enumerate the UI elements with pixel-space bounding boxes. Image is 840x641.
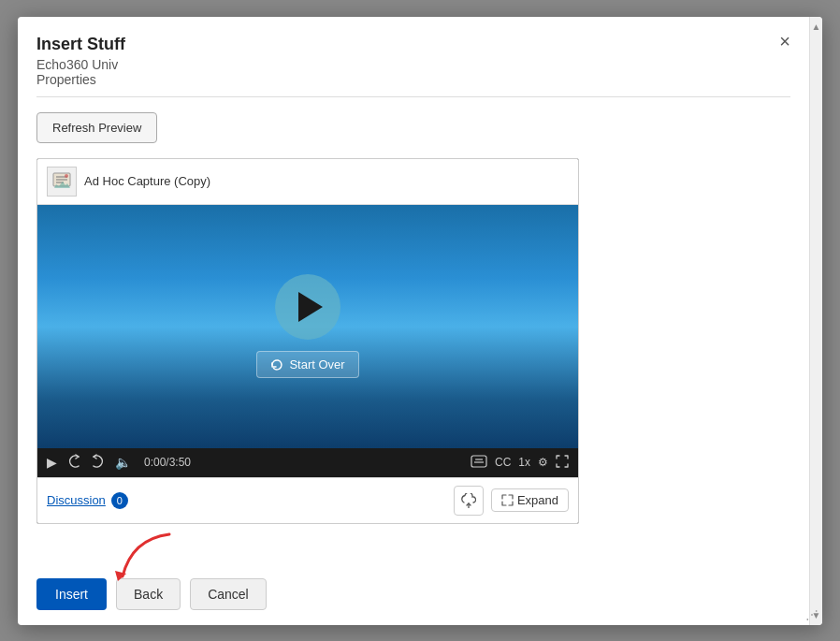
insert-button[interactable]: Insert	[36, 578, 107, 610]
scroll-up-arrow[interactable]: ▲	[809, 19, 822, 35]
refresh-preview-button[interactable]: Refresh Preview	[36, 112, 157, 143]
discussion-link[interactable]: Discussion	[47, 493, 106, 507]
refresh-icon	[270, 358, 283, 371]
close-button[interactable]: ×	[774, 30, 796, 52]
back-button[interactable]: Back	[116, 578, 181, 610]
expand-button[interactable]: Expand	[491, 488, 569, 512]
video-title: Ad Hoc Capture (Copy)	[84, 174, 210, 188]
video-player: Ad Hoc Capture (Copy)	[36, 158, 579, 524]
cancel-button[interactable]: Cancel	[190, 578, 267, 610]
expand-icon	[501, 494, 514, 506]
start-over-button[interactable]: Start Over	[256, 351, 358, 378]
dialog-title: Insert Stuff	[36, 34, 772, 55]
forward-icon[interactable]	[91, 454, 106, 472]
upload-icon-button[interactable]	[454, 486, 484, 516]
fullscreen-icon[interactable]	[556, 455, 569, 471]
rewind-icon[interactable]	[66, 454, 81, 472]
content-area: Refresh Preview Ad	[18, 97, 809, 567]
video-screen[interactable]: Start Over	[37, 205, 578, 448]
dialog-subtitle: Echo360 Univ Properties	[36, 57, 772, 87]
video-controls: ▶ 🔈 0:00/3:50	[37, 448, 578, 477]
discussion-badge: 0	[111, 492, 128, 509]
video-footer: Discussion 0	[37, 477, 578, 523]
svg-rect-5	[471, 456, 486, 467]
scrollbar[interactable]: ▲ ▼	[809, 17, 822, 625]
controls-right: CC 1x ⚙	[471, 455, 569, 471]
subtitle-icon[interactable]	[471, 455, 487, 471]
dialog-footer: Insert Back Cancel	[18, 567, 809, 625]
play-ctrl-icon[interactable]: ▶	[47, 455, 57, 470]
captions-icon[interactable]: CC	[495, 456, 511, 469]
cloud-upload-icon	[461, 493, 476, 508]
play-icon	[298, 292, 323, 322]
speed-icon[interactable]: 1x	[518, 456, 530, 469]
settings-icon[interactable]: ⚙	[538, 456, 548, 469]
footer-actions: Expand	[454, 486, 569, 516]
play-button[interactable]	[275, 274, 340, 340]
video-header: Ad Hoc Capture (Copy)	[37, 159, 578, 205]
volume-icon[interactable]: 🔈	[115, 455, 131, 470]
video-thumb-icon	[47, 167, 77, 197]
time-display: 0:00/3:50	[144, 456, 191, 469]
video-overlay: Start Over	[256, 274, 358, 378]
resize-handle[interactable]: ⋰	[805, 608, 818, 621]
dialog-main: Insert Stuff Echo360 Univ Properties × R…	[18, 17, 809, 625]
dialog-header: Insert Stuff Echo360 Univ Properties ×	[18, 17, 809, 96]
svg-point-4	[65, 174, 68, 178]
